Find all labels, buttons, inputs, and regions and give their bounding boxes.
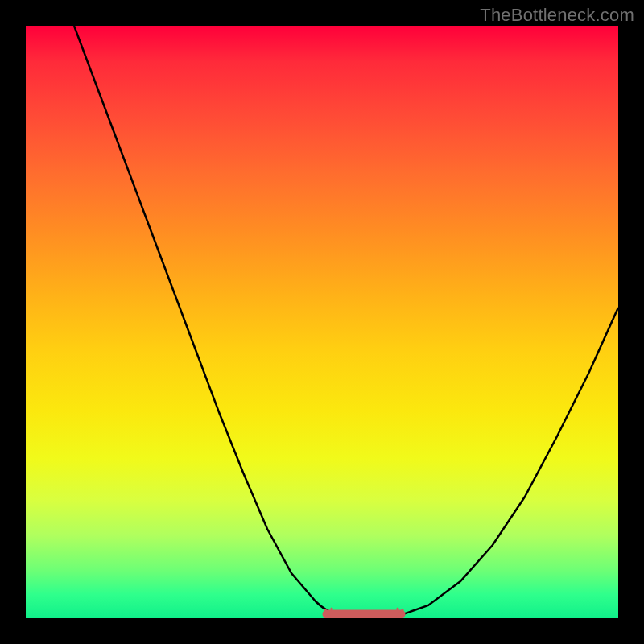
bottleneck-curve-path [74,26,618,618]
watermark-text: TheBottleneck.com [480,5,634,26]
chart-frame: TheBottleneck.com [0,0,644,644]
plot-area [26,26,618,618]
curve-svg [26,26,618,618]
